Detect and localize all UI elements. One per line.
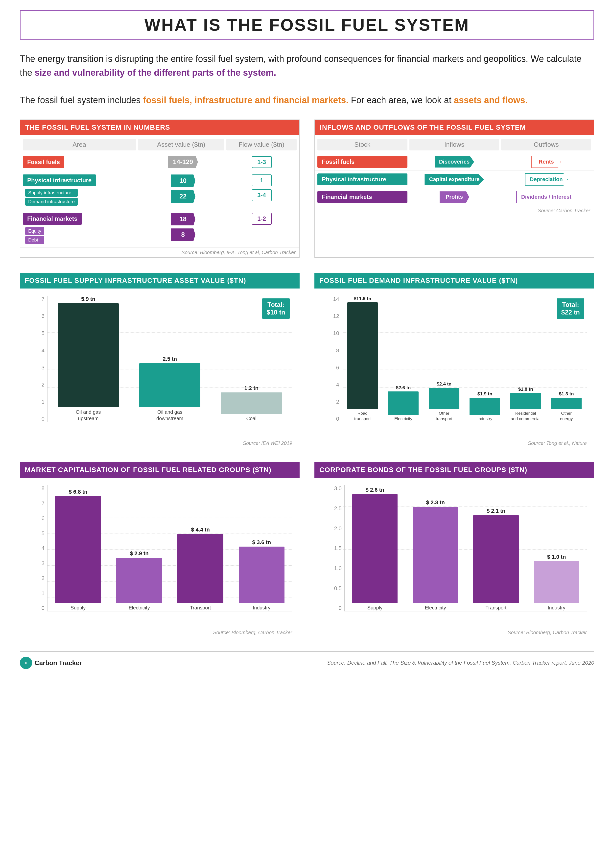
debt-asset-arrow: 8 <box>171 228 195 241</box>
fossil-fuels-row: Fossil fuels 14-129 1-3 <box>20 153 299 171</box>
fossil-fuels-chip: Fossil fuels <box>23 156 64 168</box>
mcap-bar4 <box>239 547 284 603</box>
supply-total-box: Total:$10 tn <box>262 298 290 319</box>
if-col-headers: Stock Inflows Outflows <box>315 137 594 153</box>
bonds-bar3 <box>473 515 519 603</box>
intro2-highlight1: fossil fuels, infrastructure and financi… <box>143 95 348 105</box>
demand-bar2 <box>388 391 419 415</box>
supply-y-axis: 0 1 2 3 4 5 6 7 <box>35 296 45 422</box>
inflows-table: Stock Inflows Outflows Fossil fuels Disc… <box>315 135 594 206</box>
ff-asset-arrow: 14-129 <box>168 156 198 168</box>
bonds-bar-transport: $ 2.1 tn Transport <box>466 485 526 611</box>
if-discoveries-arrow: Discoveries <box>435 156 474 167</box>
intro2-text: The fossil fuel system includes <box>20 95 143 105</box>
footer-logo-area: C Carbon Tracker <box>20 657 82 669</box>
financial-flow-box: 1-2 <box>252 213 271 225</box>
numbers-header: THE FOSSIL FUEL SYSTEM IN NUMBERS <box>20 120 299 135</box>
if-financial-row: Financial markets Profits Dividends / In… <box>315 188 594 206</box>
demand-asset-arrow: 22 <box>171 190 195 203</box>
bonds-header: CORPORATE BONDS OF THE FOSSIL FUEL GROUP… <box>315 462 594 478</box>
demand-bar-industry: $1.9 tn Industry <box>464 296 505 422</box>
bonds-bar-industry: $ 1.0 tn Industry <box>526 485 587 611</box>
svg-text:C: C <box>25 661 27 665</box>
footer-source-text: Source: Decline and Fall: The Size & Vul… <box>327 660 594 666</box>
mcap-bar-transport: $ 4.4 tn Transport <box>170 485 231 611</box>
table2-source: Source: Carbon Tracker <box>315 206 594 215</box>
if-capex-arrow: Capital expenditure <box>425 174 484 185</box>
demand-bar3 <box>429 388 459 409</box>
logo-circle: C <box>20 657 32 669</box>
if-rents-arrow: Rents <box>531 156 561 168</box>
mcap-bar-supply: $ 6.8 tn Supply <box>48 485 109 611</box>
intro2-highlight2: assets and flows. <box>454 95 528 105</box>
demand-bar-other-transport: $2.4 tn Othertransport <box>424 296 465 422</box>
bonds-chart-area: 0 0.5 1.0 1.5 2.0 2.5 3.0 $ 2.6 tn Suppl… <box>315 483 594 629</box>
demand-chart-header: FOSSIL FUEL DEMAND INFRASTRUCTURE VALUE … <box>315 273 594 288</box>
equity-asset-arrow: 18 <box>171 213 195 225</box>
mcap-y-axis: 0 1 2 3 4 5 6 7 8 <box>35 485 45 611</box>
if-depreciation-arrow: Depreciation <box>525 173 568 186</box>
supply-chart-inner: 0 1 2 3 4 5 6 7 5.9 tn Oil and gasupstre… <box>35 296 292 434</box>
tables-row: THE FOSSIL FUEL SYSTEM IN NUMBERS Area A… <box>20 119 594 258</box>
physical-infra-row: Physical infrastructure Supply infrastru… <box>20 171 299 209</box>
demand-source: Source: Tong et al., Nature <box>315 439 594 447</box>
demand-bars-area: $11.9 tn Roadtransport $2.6 tn Electrici… <box>342 296 587 422</box>
demand-flow-box: 3-4 <box>252 189 271 201</box>
mcap-source: Source: Bloomberg, Carbon Tracker <box>20 629 299 636</box>
inflows-header: INFLOWS AND OUTFLOWS OF THE FOSSIL FUEL … <box>315 120 594 135</box>
debt-chip: Debt <box>25 236 44 244</box>
supply-bar-oil-upstream: 5.9 tn Oil and gasupstream <box>48 296 129 422</box>
if-dividends-arrow: Dividends / Interest <box>516 191 577 203</box>
page-title-box: WHAT IS THE FOSSIL FUEL SYSTEM <box>20 10 594 40</box>
col-area-label: Area <box>23 139 136 150</box>
supply-chart-header: FOSSIL FUEL SUPPLY INFRASTRUCTURE ASSET … <box>20 273 299 288</box>
if-col-stock: Stock <box>317 139 408 150</box>
mcap-bar1 <box>55 496 101 603</box>
intro-section: The energy transition is disrupting the … <box>20 52 594 107</box>
demand-bar-road: $11.9 tn Roadtransport <box>342 296 383 422</box>
physical-infra-chip: Physical infrastructure <box>23 174 96 186</box>
if-col-outflows: Outflows <box>501 139 591 150</box>
numbers-panel: THE FOSSIL FUEL SYSTEM IN NUMBERS Area A… <box>20 119 299 258</box>
mcap-bar2 <box>116 558 162 603</box>
supply-chart-area: 0 1 2 3 4 5 6 7 5.9 tn Oil and gasupstre… <box>20 293 299 439</box>
intro2-mid: For each area, we look at <box>348 95 454 105</box>
bonds-panel: CORPORATE BONDS OF THE FOSSIL FUEL GROUP… <box>315 462 594 636</box>
demand-bar4 <box>470 398 500 415</box>
if-physical-row: Physical infrastructure Capital expendit… <box>315 171 594 188</box>
demand-bar1 <box>347 302 378 409</box>
carbon-tracker-logo-icon: C <box>22 659 30 667</box>
supply-chart-panel: FOSSIL FUEL SUPPLY INFRASTRUCTURE ASSET … <box>20 273 299 447</box>
bonds-bar-supply: $ 2.6 tn Supply <box>344 485 405 611</box>
demand-chart-inner: 0 2 4 6 8 10 12 14 $11.9 tn Roadtranspor… <box>329 296 587 434</box>
financial-markets-row: Financial markets Equity Debt 18 8 1-2 <box>20 209 299 248</box>
bonds-bars-area: $ 2.6 tn Supply $ 2.3 tn Electricity $ 2… <box>344 485 587 611</box>
demand-bar5 <box>510 393 541 409</box>
supply-source: Source: IEA WEI 2019 <box>20 439 299 447</box>
equity-chip: Equity <box>25 227 44 235</box>
if-fossil-row: Fossil fuels Discoveries Rents <box>315 153 594 171</box>
bonds-bar1 <box>352 494 398 603</box>
demand-bar-residential: $1.8 tn Residentialand commercial <box>505 296 546 422</box>
demand-bar-electricity: $2.6 tn Electricity <box>383 296 424 422</box>
if-fossil-chip: Fossil fuels <box>317 156 408 168</box>
supply-infra-chip: Supply infrastructure <box>25 189 78 197</box>
supply-flow-box: 1 <box>252 174 271 186</box>
footer: C Carbon Tracker Source: Decline and Fal… <box>20 651 594 669</box>
market-cap-chart-area: 0 1 2 3 4 5 6 7 8 $ 6.8 tn Supply <box>20 483 299 629</box>
mcap-bars-area: $ 6.8 tn Supply $ 2.9 tn Electricity $ 4… <box>47 485 292 611</box>
mcap-bar3 <box>177 534 223 603</box>
demand-chart-panel: FOSSIL FUEL DEMAND INFRASTRUCTURE VALUE … <box>315 273 594 447</box>
bonds-y-axis: 0 0.5 1.0 1.5 2.0 2.5 3.0 <box>329 485 342 611</box>
if-profits-arrow: Profits <box>440 191 469 203</box>
market-cap-header: MARKET CAPITALISATION OF FOSSIL FUEL REL… <box>20 462 299 478</box>
market-cap-chart-inner: 0 1 2 3 4 5 6 7 8 $ 6.8 tn Supply <box>35 485 292 624</box>
bar-charts-row2: MARKET CAPITALISATION OF FOSSIL FUEL REL… <box>20 462 594 636</box>
demand-total-box: Total:$22 tn <box>557 298 584 319</box>
col-flow-label: Flow value ($tn) <box>226 139 297 150</box>
logo-text: Carbon Tracker <box>35 659 82 667</box>
supply-bars-area: 5.9 tn Oil and gasupstream 2.5 tn Oil an… <box>47 296 292 422</box>
numbers-table: Area Asset value ($tn) Flow value ($tn) … <box>20 135 299 248</box>
mcap-bar-electricity: $ 2.9 tn Electricity <box>109 485 170 611</box>
intro1-highlight: size and vulnerability of the different … <box>35 68 276 78</box>
